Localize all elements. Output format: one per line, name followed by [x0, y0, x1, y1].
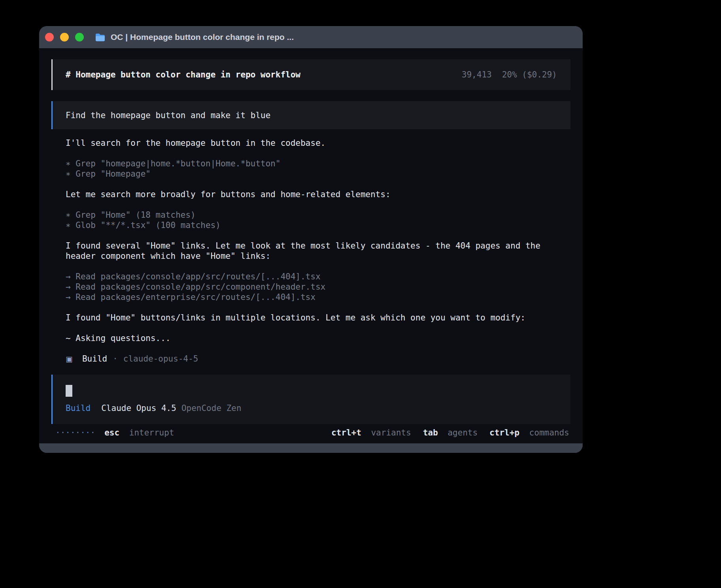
- file-read-line: → Read packages/console/app/src/componen…: [51, 282, 570, 292]
- title-wrap: OC | Homepage button color change in rep…: [95, 32, 294, 42]
- esc-key: esc: [104, 428, 119, 437]
- user-message-text: Find the homepage button and make it blu…: [66, 111, 270, 120]
- file-read-group: → Read packages/console/app/src/routes/[…: [51, 271, 570, 302]
- esc-label: interrupt: [129, 428, 174, 437]
- agent-separator: ·: [113, 354, 118, 364]
- zoom-button[interactable]: [75, 33, 84, 41]
- window-title: OC | Homepage button color change in rep…: [111, 32, 294, 42]
- close-button[interactable]: [45, 33, 54, 41]
- assistant-paragraph: I found "Home" buttons/links in multiple…: [51, 313, 570, 323]
- status-bar-right: ctrl+t variants tab agents ctrl+p comman…: [331, 428, 569, 438]
- status-line: ~ Asking questions...: [51, 333, 570, 343]
- hint-commands: ctrl+p commands: [489, 428, 569, 438]
- agent-name: Build: [82, 354, 107, 364]
- terminal-content: # Homepage button color change in repo w…: [39, 48, 583, 443]
- session-stats: 39,413 20% ($0.29): [462, 70, 557, 79]
- tool-call-line: ∗ Grep "Home" (18 matches): [51, 210, 570, 220]
- prompt-input[interactable]: Build Claude Opus 4.5 OpenCode Zen: [51, 375, 570, 424]
- session-title: # Homepage button color change in repo w…: [66, 70, 300, 79]
- file-read-line: → Read packages/enterprise/src/routes/[.…: [51, 292, 570, 302]
- status-bar-left: ········ esc interrupt: [55, 428, 174, 438]
- agent-badge: ▣ Build · claude-opus-4-5: [51, 354, 570, 364]
- tool-call-group: ∗ Grep "Home" (18 matches) ∗ Glob "**/*.…: [51, 210, 570, 230]
- assistant-paragraph: I found several "Home" links. Let me loo…: [51, 241, 570, 261]
- window-titlebar[interactable]: OC | Homepage button color change in rep…: [39, 26, 583, 48]
- esc-hint: esc interrupt: [104, 428, 174, 438]
- tool-call-line: ∗ Grep "homepage|home.*button|Home.*butt…: [51, 158, 570, 169]
- tool-call-line: ∗ Grep "Homepage": [51, 169, 570, 179]
- hint-agents: tab agents: [423, 428, 478, 438]
- assistant-paragraph: Let me search more broadly for buttons a…: [51, 189, 570, 200]
- mode-indicator: Build: [66, 403, 91, 413]
- user-message: Find the homepage button and make it blu…: [51, 101, 570, 129]
- status-bar: ········ esc interrupt ctrl+t variants t…: [51, 424, 570, 443]
- agent-icon: ▣: [66, 354, 73, 364]
- input-meta: Build Claude Opus 4.5 OpenCode Zen: [66, 403, 562, 413]
- model-indicator: Claude Opus 4.5: [101, 403, 176, 413]
- tool-call-line: ∗ Glob "**/*.tsx" (100 matches): [51, 220, 570, 230]
- folder-icon: [95, 33, 106, 42]
- minimize-button[interactable]: [60, 33, 69, 41]
- window-bottom-edge: [39, 443, 583, 453]
- traffic-lights: [45, 33, 84, 41]
- hint-variants: ctrl+t variants: [331, 428, 411, 438]
- provider-indicator: OpenCode Zen: [181, 403, 242, 413]
- terminal-window: OC | Homepage button color change in rep…: [39, 26, 583, 453]
- file-read-line: → Read packages/console/app/src/routes/[…: [51, 271, 570, 282]
- context-usage: 20% ($0.29): [502, 70, 557, 79]
- assistant-paragraph: I'll search for the homepage button in t…: [51, 138, 570, 148]
- text-cursor: [66, 385, 72, 397]
- activity-dots: ········: [55, 428, 95, 438]
- session-header: # Homepage button color change in repo w…: [51, 59, 570, 90]
- tool-call-group: ∗ Grep "homepage|home.*button|Home.*butt…: [51, 158, 570, 179]
- agent-model: claude-opus-4-5: [123, 354, 198, 364]
- token-count: 39,413: [462, 70, 492, 79]
